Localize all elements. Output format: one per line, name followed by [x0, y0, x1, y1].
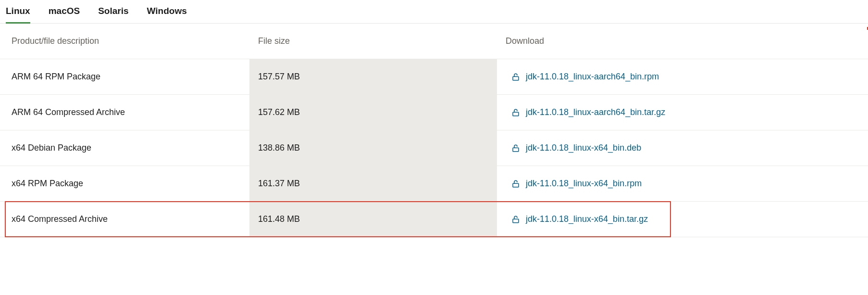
- header-download: Download: [497, 36, 868, 46]
- cell-size: 161.48 MB: [249, 202, 497, 237]
- lock-icon: [511, 144, 520, 153]
- lock-icon: [511, 215, 520, 224]
- header-size: File size: [249, 36, 497, 46]
- download-link[interactable]: jdk-11.0.18_linux-aarch64_bin.rpm: [526, 72, 659, 82]
- lock-icon: [511, 180, 520, 188]
- tab-solaris[interactable]: Solaris: [98, 6, 128, 23]
- cell-download: jdk-11.0.18_linux-x64_bin.deb: [497, 143, 868, 153]
- cell-download: jdk-11.0.18_linux-x64_bin.tar.gz: [497, 214, 868, 224]
- table-header-row: Product/file description File size Downl…: [0, 24, 868, 59]
- cell-size: 161.37 MB: [249, 166, 497, 201]
- cell-description: ARM 64 RPM Package: [0, 72, 249, 82]
- cell-download: jdk-11.0.18_linux-x64_bin.rpm: [497, 179, 868, 189]
- svg-rect-1: [513, 112, 519, 116]
- svg-rect-3: [513, 183, 519, 187]
- table-row: x64 RPM Package 161.37 MB jdk-11.0.18_li…: [0, 166, 868, 202]
- cell-description: x64 Debian Package: [0, 143, 249, 153]
- svg-rect-0: [513, 77, 519, 80]
- cell-size: 138.86 MB: [249, 130, 497, 166]
- cell-description: x64 RPM Package: [0, 179, 249, 189]
- os-tabs: Linux macOS Solaris Windows: [0, 0, 868, 24]
- cell-size: 157.62 MB: [249, 95, 497, 130]
- table-row: x64 Debian Package 138.86 MB jdk-11.0.18…: [0, 130, 868, 166]
- download-link[interactable]: jdk-11.0.18_linux-x64_bin.rpm: [526, 179, 642, 189]
- lock-icon: [511, 108, 520, 117]
- table-row: ARM 64 Compressed Archive 157.62 MB jdk-…: [0, 95, 868, 130]
- cell-download: jdk-11.0.18_linux-aarch64_bin.tar.gz: [497, 107, 868, 117]
- tab-linux[interactable]: Linux: [6, 6, 30, 23]
- table-row: ARM 64 RPM Package 157.57 MB jdk-11.0.18…: [0, 59, 868, 95]
- tab-windows[interactable]: Windows: [147, 6, 187, 23]
- table-row: x64 Compressed Archive 161.48 MB jdk-11.…: [0, 202, 868, 237]
- tab-macos[interactable]: macOS: [49, 6, 80, 23]
- svg-rect-2: [513, 148, 519, 152]
- lock-icon: [511, 73, 520, 81]
- download-link[interactable]: jdk-11.0.18_linux-x64_bin.tar.gz: [526, 214, 648, 224]
- cell-description: x64 Compressed Archive: [0, 214, 249, 224]
- download-link[interactable]: jdk-11.0.18_linux-aarch64_bin.tar.gz: [526, 107, 665, 117]
- cell-download: jdk-11.0.18_linux-aarch64_bin.rpm: [497, 72, 868, 82]
- cell-description: ARM 64 Compressed Archive: [0, 107, 249, 117]
- header-description: Product/file description: [0, 36, 249, 46]
- svg-rect-4: [513, 219, 519, 223]
- downloads-table: Product/file description File size Downl…: [0, 24, 868, 237]
- cell-size: 157.57 MB: [249, 59, 497, 94]
- download-link[interactable]: jdk-11.0.18_linux-x64_bin.deb: [526, 143, 641, 153]
